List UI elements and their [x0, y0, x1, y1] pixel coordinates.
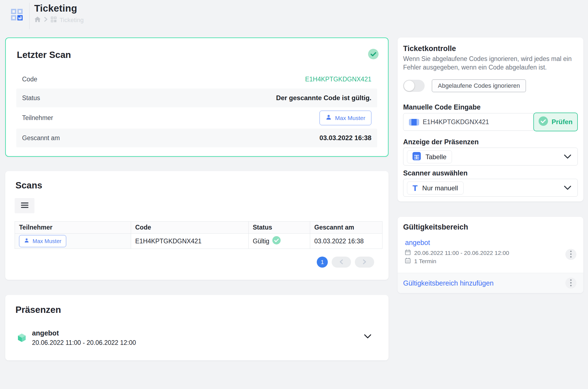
- validity-termine-row: 1 Termin: [405, 258, 436, 265]
- ticket-icon: [409, 119, 419, 127]
- next-page-button[interactable]: [355, 257, 374, 268]
- person-icon: [24, 238, 29, 244]
- teilnehmer-button[interactable]: Max Muster: [320, 111, 371, 125]
- table-row: Max Muster E1H4KPTGKDGNX421 Gültig: [15, 234, 382, 249]
- screen: Ticketing: [0, 0, 588, 389]
- teilnehmer-button[interactable]: Max Muster: [19, 235, 66, 247]
- calendar-icon: [405, 249, 411, 257]
- gueltigkeitsbereich-card: Gültigkeitsbereich angebot 20.06.2022 11…: [398, 217, 583, 293]
- scanner-select[interactable]: T Nur manuell: [403, 179, 578, 197]
- left-column: Letzter Scan Code E1H4KPTGKDGNX421 Statu…: [5, 38, 389, 360]
- ticketkontrolle-card: Ticketkontrolle Wenn Sie abgelaufene Cod…: [398, 38, 583, 201]
- pruefen-button-label: Prüfen: [552, 118, 573, 126]
- ticketkontrolle-description: Wenn Sie abgelaufene Codes ignorieren, w…: [403, 55, 575, 72]
- hamburger-icon: [21, 203, 28, 209]
- letzter-scan-card: Letzter Scan Code E1H4KPTGKDGNX421 Statu…: [5, 38, 389, 157]
- scan-code-value: E1H4KPTGKDGNX421: [305, 76, 371, 83]
- previous-page-button[interactable]: [332, 257, 351, 268]
- breadcrumb-current: Ticketing: [60, 17, 84, 24]
- row-label: Code: [22, 76, 37, 83]
- letzter-scan-title: Letzter Scan: [17, 50, 71, 60]
- validity-date-range: 20.06.2022 11:00 - 20.06.2022 12:00: [414, 250, 509, 256]
- pruefen-button[interactable]: Prüfen: [533, 113, 578, 131]
- app-logo-qr-icon: [11, 9, 23, 20]
- ignore-expired-codes-button[interactable]: Abgelaufene Codes ignorieren: [432, 79, 526, 92]
- header: Ticketing: [0, 0, 588, 29]
- breadcrumb-qr-icon: [51, 17, 57, 24]
- cube-icon: [18, 334, 26, 347]
- page-title: Ticketing: [34, 3, 84, 14]
- scans-title: Scans: [15, 180, 42, 191]
- add-validity-menu-button[interactable]: [565, 278, 576, 289]
- chevron-right-icon: [363, 259, 366, 265]
- validity-termine-count: 1 Termin: [414, 258, 436, 265]
- pagination: 1: [317, 257, 374, 268]
- selected-option-label: Nur manuell: [422, 184, 458, 192]
- letter-t-icon: T: [413, 184, 417, 192]
- scans-table: Teilnehmer Code Status Gescannt am: [15, 221, 382, 249]
- chevron-down-icon: [564, 186, 571, 191]
- praesenz-item-text: angebot 20.06.2022 11:00 - 20.06.2022 12…: [32, 329, 136, 347]
- scanner-select-label: Scanner auswählen: [403, 169, 467, 177]
- page-1-button[interactable]: 1: [317, 257, 328, 268]
- header-main: Ticketing: [34, 3, 84, 24]
- display-select-label: Anzeige der Präsenzen: [403, 138, 479, 146]
- chevron-down-icon: [564, 154, 571, 160]
- praesenzen-title: Präsenzen: [15, 305, 61, 315]
- col-header-status: Status: [249, 222, 310, 234]
- col-header-code: Code: [131, 222, 249, 234]
- praesenz-name: angebot: [32, 329, 136, 337]
- table-grid-icon: [413, 152, 421, 162]
- cell-code: E1H4KPTGKDGNX421: [131, 234, 249, 249]
- gueltigkeitsbereich-title: Gültigkeitsbereich: [403, 223, 468, 231]
- praesenz-date-range: 20.06.2022 11:00 - 20.06.2022 12:00: [32, 339, 136, 347]
- breadcrumb-chevron-icon: [44, 17, 48, 24]
- ignore-expired-row: Abgelaufene Codes ignorieren: [403, 79, 526, 92]
- selected-option-label: Tabelle: [425, 153, 446, 161]
- check-circle-icon: [539, 116, 548, 127]
- scans-card: Scans Teilnehmer: [5, 171, 389, 280]
- praesenz-list-item: angebot 20.06.2022 11:00 - 20.06.2022 12…: [18, 329, 373, 347]
- teilnehmer-button-label: Max Muster: [335, 115, 365, 121]
- kebab-dots-icon: [570, 279, 572, 287]
- chevron-down-icon: [364, 335, 371, 340]
- display-mode-select[interactable]: Tabelle: [403, 148, 578, 166]
- scan-row-gescannt-am: Gescannt am 03.03.2022 16:38: [16, 129, 377, 147]
- row-label: Teilnehmer: [22, 114, 53, 122]
- scan-success-check-icon: [368, 49, 379, 59]
- content: Letzter Scan Code E1H4KPTGKDGNX421 Statu…: [5, 38, 583, 360]
- praesenzen-card: Präsenzen angebot 20.06.2022 11:00 - 20.…: [5, 295, 389, 360]
- cell-gescannt-am: 03.03.2022 16:38: [310, 234, 382, 249]
- breadcrumb: Ticketing: [34, 16, 84, 24]
- home-icon[interactable]: [34, 16, 41, 24]
- col-header-teilnehmer: Teilnehmer: [15, 222, 131, 234]
- scan-status-value: Der gescannte Code ist gültig.: [276, 94, 371, 102]
- manual-code-entry: Prüfen: [403, 113, 578, 131]
- validity-item-menu-button[interactable]: [565, 249, 576, 260]
- chevron-left-icon: [339, 259, 343, 265]
- manual-code-input[interactable]: [403, 113, 535, 131]
- scan-date-value: 03.03.2022 16:38: [320, 134, 371, 142]
- table-header-row: Teilnehmer Code Status Gescannt am: [15, 222, 382, 234]
- validity-item-link[interactable]: angebot: [405, 239, 430, 247]
- header-divider: [29, 3, 30, 29]
- scan-row-teilnehmer: Teilnehmer Max Muster: [16, 107, 377, 129]
- expand-praesenz-button[interactable]: [364, 334, 371, 340]
- teilnehmer-button-label: Max Muster: [33, 238, 61, 244]
- letzter-scan-rows: Code E1H4KPTGKDGNX421 Status Der gescann…: [16, 70, 377, 147]
- calendar-dots-icon: [405, 258, 411, 265]
- toggle-knob: [404, 81, 414, 91]
- scan-row-code: Code E1H4KPTGKDGNX421: [16, 70, 377, 89]
- person-icon: [326, 114, 332, 122]
- scans-menu-button[interactable]: [15, 198, 34, 213]
- scan-row-status: Status Der gescannte Code ist gültig.: [16, 89, 377, 107]
- cell-teilnehmer: Max Muster: [15, 234, 131, 249]
- valid-check-icon: [272, 236, 281, 246]
- ticketkontrolle-title: Ticketkontrolle: [403, 44, 456, 53]
- status-label: Gültig: [253, 238, 269, 245]
- selected-option-chip: T Nur manuell: [407, 182, 464, 194]
- add-validity-link[interactable]: Gültigkeitsbereich hinzufügen: [403, 279, 494, 287]
- row-label: Status: [22, 94, 40, 102]
- validity-date-row: 20.06.2022 11:00 - 20.06.2022 12:00: [405, 249, 509, 257]
- ignore-expired-toggle[interactable]: [403, 80, 425, 92]
